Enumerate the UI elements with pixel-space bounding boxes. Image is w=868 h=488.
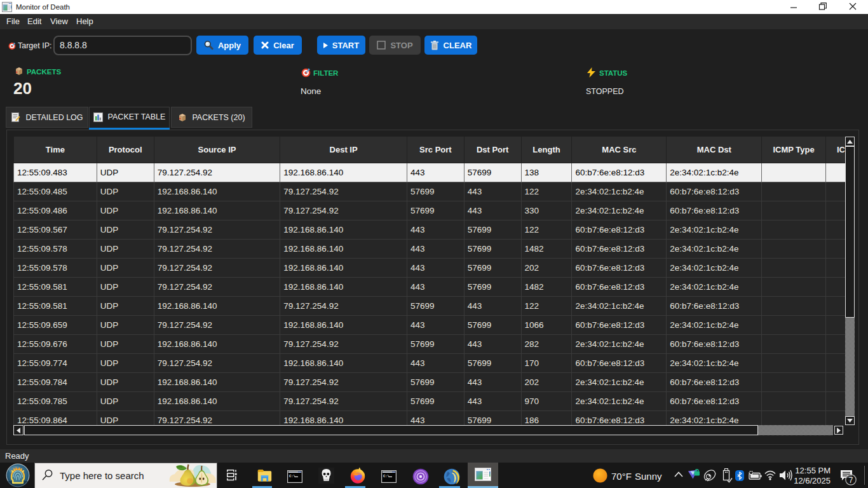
svg-text:C:\: C:\	[383, 474, 390, 478]
svg-text:C:\: C:\	[289, 474, 296, 478]
svg-text:7: 7	[849, 476, 853, 485]
